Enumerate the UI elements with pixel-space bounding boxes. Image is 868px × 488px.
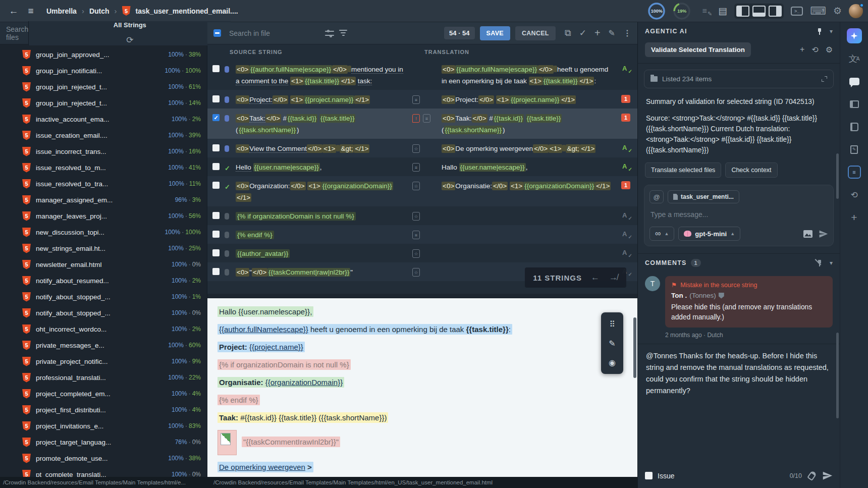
translation-string[interactable]: <0>Project:</0> <1>{{project.name}}</1> xyxy=(442,94,614,105)
string-row[interactable]: ✓<0>Organization:</0> <1>{{organizationD… xyxy=(207,176,637,206)
screenshot-card-icon[interactable]: ≡ xyxy=(412,231,420,239)
file-tasks-icon[interactable]: ✎ xyxy=(847,142,862,157)
file-item[interactable]: 5issue_resolved_to_tra...100%·11% xyxy=(0,176,207,192)
file-item[interactable]: 5project_invitations_e...100%·83% xyxy=(0,418,207,434)
filter-icon[interactable] xyxy=(339,30,347,37)
breadcrumb-file[interactable]: task_user_mentioned_email.... xyxy=(136,7,238,15)
save-button[interactable]: SAVE xyxy=(480,26,510,40)
string-checkbox[interactable] xyxy=(212,65,220,72)
string-checkbox[interactable] xyxy=(212,182,220,189)
mode-dropdown[interactable]: ∞ ▲ xyxy=(649,227,674,241)
comments-scrollbar[interactable] xyxy=(836,333,839,418)
chevron-down-icon[interactable]: ▾ xyxy=(830,259,833,266)
source-string[interactable]: {% endif %} xyxy=(236,229,412,241)
file-item[interactable]: 5newsletter_email.html100%·0% xyxy=(0,256,207,273)
history-icon[interactable]: ⟲ xyxy=(811,45,818,55)
source-string[interactable]: Hello {{user.name|escape}}, xyxy=(236,161,412,173)
listed-items-box[interactable]: Listed 234 items xyxy=(644,70,834,88)
add-string-icon[interactable]: + xyxy=(594,27,601,39)
select-all-checkbox[interactable] xyxy=(213,29,221,37)
screenshot-card-icon[interactable]: ≡ xyxy=(412,95,420,104)
file-item[interactable]: 5new_strings_email.ht...100%·25% xyxy=(0,240,207,256)
file-item[interactable]: 5new_discussion_topi...100%·100% xyxy=(0,224,207,240)
cancel-button[interactable]: CANCEL xyxy=(515,26,556,40)
string-row[interactable]: <0>View the Comment</0><1>&gt;</1>☆<0>De… xyxy=(207,139,637,157)
string-row[interactable]: <0>Project:</0> <1>{{project.name}}</1>≡… xyxy=(207,90,637,109)
file-item[interactable]: 5notify_about_stopped_...100%·0% xyxy=(0,305,207,321)
panel-scrollbar[interactable] xyxy=(836,153,839,199)
ai-assistant-icon[interactable] xyxy=(847,28,862,43)
screenshot-card-icon[interactable]: ≡ xyxy=(423,114,430,123)
sync-icon[interactable]: ⟲ xyxy=(847,187,862,202)
search-files-input[interactable]: Search files xyxy=(6,25,28,41)
breadcrumb-language[interactable]: Dutch xyxy=(89,7,110,15)
context-card-icon[interactable]: ☆ xyxy=(412,268,420,277)
string-row[interactable]: <0>Task:</0> #{{task.id}} {{task.title}}… xyxy=(207,109,637,139)
qa-issue-badge[interactable]: 1 xyxy=(621,181,630,189)
translation-string[interactable]: <0>{{author.fullName|escape}}</0>heeft u… xyxy=(442,64,614,87)
string-row[interactable]: {% if organizationDomain is not null %}☆… xyxy=(207,206,637,225)
refresh-icon[interactable]: ⟳ xyxy=(126,35,133,45)
string-row[interactable]: <0>{{author.fullName|escape}}</0>mention… xyxy=(207,60,637,90)
console-icon[interactable]: >_ xyxy=(791,7,803,16)
preview-scrollbar[interactable] xyxy=(633,317,636,378)
file-item[interactable]: 5issue_incorrect_trans...100%·16% xyxy=(0,143,207,159)
string-checkbox[interactable] xyxy=(212,268,220,275)
file-item[interactable]: 5private_project_notific...100%·9% xyxy=(0,353,207,369)
bottom-panel-toggle-icon[interactable] xyxy=(752,6,766,17)
table-view-icon[interactable]: ▤ xyxy=(718,5,727,17)
mt-suggestions-icon[interactable]: ≡✎ xyxy=(698,7,711,16)
string-row[interactable]: {{author_avatar}}☆A✓ xyxy=(207,244,637,262)
breadcrumb-project[interactable]: Umbrella xyxy=(46,7,77,15)
file-item[interactable]: 5manager_leaves_proj...100%·56% xyxy=(0,208,207,224)
send-comment-icon[interactable] xyxy=(822,470,833,481)
file-item[interactable]: 5group_join_rejected_t...100%·61% xyxy=(0,79,207,95)
file-item[interactable]: 5promote_demote_use...100%·38% xyxy=(0,450,207,466)
edit-icon[interactable]: ✎ xyxy=(609,28,615,38)
string-checkbox[interactable] xyxy=(212,114,220,121)
mention-button[interactable]: @ xyxy=(649,190,664,203)
string-checkbox[interactable] xyxy=(212,144,220,151)
more-options-icon[interactable]: ⋮ xyxy=(623,28,631,38)
attachment-icon[interactable] xyxy=(807,470,817,481)
file-item[interactable]: 5notify_about_resumed...100%·2% xyxy=(0,273,207,289)
qa-issue-badge[interactable]: 1 xyxy=(621,114,630,122)
attached-file-chip[interactable]: task_user_menti... xyxy=(668,190,739,203)
string-checkbox[interactable] xyxy=(212,249,220,256)
new-chat-icon[interactable]: + xyxy=(800,45,804,55)
issue-checkbox[interactable] xyxy=(645,472,653,479)
translation-string[interactable]: <0>Organisatie:</0> <1>{{organizationDom… xyxy=(442,180,614,192)
check-context-button[interactable]: Check context xyxy=(725,162,777,178)
model-dropdown[interactable]: gpt-5-mini ▲ xyxy=(678,227,740,241)
file-item[interactable]: 5manager_assigned_em...96%·3% xyxy=(0,192,207,208)
file-item[interactable]: 5issue_creation_email....100%·39% xyxy=(0,127,207,143)
preview-link[interactable]: {{organizationDomain}} xyxy=(265,378,343,387)
source-string[interactable]: {% if organizationDomain is not null %} xyxy=(236,210,412,222)
file-item[interactable]: 5oht_incorrect_wordco...100%·2% xyxy=(0,321,207,337)
glossary-icon[interactable] xyxy=(847,119,862,134)
attach-image-icon[interactable] xyxy=(803,230,812,238)
qa-issue-badge[interactable]: 1 xyxy=(621,95,630,103)
translated-progress-ring[interactable]: 100% xyxy=(647,2,666,20)
right-panel-toggle-icon[interactable] xyxy=(769,6,782,17)
reply-draft-text[interactable]: @Tonnes Thanks for the heads-up. Before … xyxy=(638,344,840,403)
file-item[interactable]: 5notify_about_stopped_...100%·1% xyxy=(0,289,207,305)
file-item[interactable]: 5group_join_notificati...100%·100% xyxy=(0,63,207,79)
approved-progress-ring[interactable]: 19% xyxy=(673,2,691,20)
file-item[interactable]: 5group_join_approved_...100%·38% xyxy=(0,46,207,63)
comments-icon[interactable] xyxy=(847,74,862,89)
translation-string[interactable]: <0>De opmerking weergeven</0><1>&gt;</1> xyxy=(442,143,614,154)
source-string[interactable]: <0>Organization:</0> <1>{{organizationDo… xyxy=(236,180,412,203)
approve-icon[interactable]: ✓ xyxy=(579,28,586,38)
preview-link[interactable]: {{project.name}} xyxy=(249,343,303,351)
context-card-icon[interactable]: ☆ xyxy=(412,144,420,153)
string-checkbox[interactable] xyxy=(212,231,220,238)
string-row[interactable]: ✓Hello {{user.name|escape}},≡Hallo {{use… xyxy=(207,157,637,176)
context-panel-icon[interactable] xyxy=(847,96,862,112)
source-string[interactable]: <0>View the Comment</0><1>&gt;</1> xyxy=(236,143,412,154)
file-item[interactable]: 5professional_translati...100%·22% xyxy=(0,369,207,386)
drag-handle-icon[interactable]: ⠿ xyxy=(604,315,621,333)
comment-indicator-icon[interactable]: ! xyxy=(412,114,420,123)
menu-icon[interactable]: ≡ xyxy=(22,6,39,17)
add-panel-icon[interactable]: + xyxy=(847,210,862,225)
